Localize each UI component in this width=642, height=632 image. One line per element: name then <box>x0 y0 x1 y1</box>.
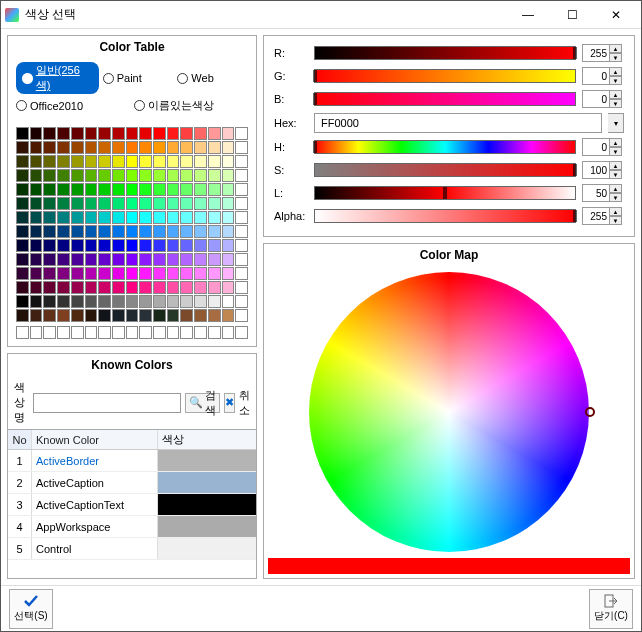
swatch[interactable] <box>98 211 111 224</box>
swatch[interactable] <box>57 309 70 322</box>
swatch[interactable] <box>71 309 84 322</box>
minimize-button[interactable]: — <box>507 3 549 27</box>
swatch[interactable] <box>208 253 221 266</box>
swatch[interactable] <box>194 281 207 294</box>
swatch[interactable] <box>194 155 207 168</box>
swatch[interactable] <box>194 141 207 154</box>
swatch[interactable] <box>153 253 166 266</box>
swatch[interactable] <box>16 267 29 280</box>
swatch[interactable] <box>222 169 235 182</box>
swatch[interactable] <box>180 211 193 224</box>
swatch[interactable] <box>126 141 139 154</box>
spin-down[interactable]: ▼ <box>610 170 622 179</box>
swatch[interactable] <box>167 169 180 182</box>
swatch[interactable] <box>43 253 56 266</box>
swatch[interactable] <box>98 239 111 252</box>
swatch[interactable] <box>222 211 235 224</box>
swatch[interactable] <box>153 127 166 140</box>
swatch[interactable] <box>222 183 235 196</box>
swatch[interactable] <box>98 127 111 140</box>
swatch[interactable] <box>98 197 111 210</box>
swatch[interactable] <box>180 239 193 252</box>
swatch[interactable] <box>71 169 84 182</box>
swatch[interactable] <box>71 127 84 140</box>
r-value[interactable] <box>582 44 610 62</box>
custom-swatch[interactable] <box>16 326 29 339</box>
swatch[interactable] <box>16 141 29 154</box>
swatch[interactable] <box>43 211 56 224</box>
g-value[interactable] <box>582 67 610 85</box>
swatch[interactable] <box>139 211 152 224</box>
swatch[interactable] <box>30 197 43 210</box>
custom-swatch[interactable] <box>208 326 221 339</box>
swatch[interactable] <box>30 239 43 252</box>
swatch[interactable] <box>57 253 70 266</box>
swatch[interactable] <box>43 141 56 154</box>
swatch[interactable] <box>126 211 139 224</box>
swatch[interactable] <box>30 253 43 266</box>
swatch[interactable] <box>139 239 152 252</box>
swatch[interactable] <box>126 239 139 252</box>
swatch[interactable] <box>208 239 221 252</box>
swatch[interactable] <box>194 309 207 322</box>
swatch[interactable] <box>167 295 180 308</box>
swatch[interactable] <box>180 155 193 168</box>
table-row[interactable]: 1ActiveBorder <box>8 450 256 472</box>
custom-swatch[interactable] <box>126 326 139 339</box>
swatch[interactable] <box>112 183 125 196</box>
radio-256[interactable]: 일반(256색) <box>16 62 99 94</box>
l-slider[interactable] <box>314 186 576 200</box>
swatch[interactable] <box>194 225 207 238</box>
swatch[interactable] <box>71 225 84 238</box>
swatch[interactable] <box>194 183 207 196</box>
swatch[interactable] <box>153 169 166 182</box>
swatch[interactable] <box>222 267 235 280</box>
swatch[interactable] <box>85 197 98 210</box>
search-cancel-button[interactable]: ✖ <box>224 393 235 413</box>
custom-swatch[interactable] <box>180 326 193 339</box>
swatch[interactable] <box>222 225 235 238</box>
swatch[interactable] <box>43 225 56 238</box>
radio-Paint[interactable]: Paint <box>103 62 174 94</box>
swatch[interactable] <box>208 225 221 238</box>
swatch[interactable] <box>30 141 43 154</box>
custom-swatch[interactable] <box>112 326 125 339</box>
swatch[interactable] <box>194 197 207 210</box>
swatch[interactable] <box>16 295 29 308</box>
swatch[interactable] <box>16 253 29 266</box>
swatch[interactable] <box>180 309 193 322</box>
swatch[interactable] <box>180 281 193 294</box>
spin-up[interactable]: ▲ <box>610 207 622 216</box>
spin-up[interactable]: ▲ <box>610 44 622 53</box>
g-slider[interactable] <box>314 69 576 83</box>
swatch[interactable] <box>126 253 139 266</box>
swatch-empty[interactable] <box>235 225 248 238</box>
swatch[interactable] <box>112 239 125 252</box>
search-input[interactable] <box>33 393 181 413</box>
swatch[interactable] <box>71 295 84 308</box>
swatch[interactable] <box>71 155 84 168</box>
swatch[interactable] <box>30 211 43 224</box>
swatch[interactable] <box>112 309 125 322</box>
wheel-picker-icon[interactable] <box>585 407 595 417</box>
swatch[interactable] <box>98 183 111 196</box>
spin-up[interactable]: ▲ <box>610 161 622 170</box>
alpha-slider[interactable] <box>314 209 576 223</box>
swatch[interactable] <box>153 211 166 224</box>
swatch[interactable] <box>139 225 152 238</box>
swatch[interactable] <box>98 225 111 238</box>
swatch[interactable] <box>208 155 221 168</box>
swatch[interactable] <box>43 295 56 308</box>
col-no[interactable]: No <box>8 430 32 449</box>
swatch[interactable] <box>167 309 180 322</box>
color-wheel[interactable] <box>309 272 589 552</box>
swatch[interactable] <box>98 309 111 322</box>
custom-swatch[interactable] <box>98 326 111 339</box>
swatch[interactable] <box>71 267 84 280</box>
swatch[interactable] <box>57 141 70 154</box>
swatch[interactable] <box>194 295 207 308</box>
swatch[interactable] <box>208 309 221 322</box>
custom-swatch[interactable] <box>167 326 180 339</box>
custom-swatch[interactable] <box>153 326 166 339</box>
radio-[interactable]: 이름있는색상 <box>134 98 248 113</box>
